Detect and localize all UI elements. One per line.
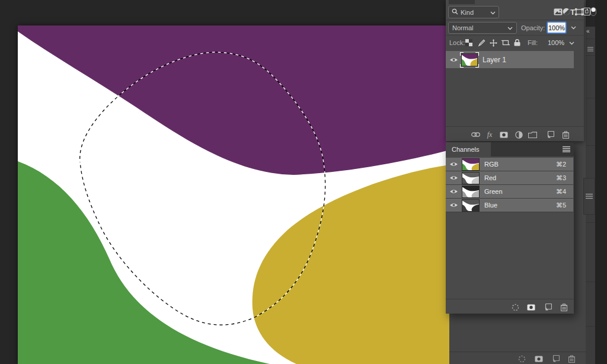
blend-mode-value: Normal [452, 24, 473, 31]
save-selection-as-channel-icon[interactable] [533, 353, 545, 364]
lock-label: Lock: [449, 39, 465, 46]
new-channel-icon[interactable] [542, 302, 554, 312]
channel-shortcut: ⌘3 [556, 174, 566, 182]
photoshop-workspace: « Kind [0, 0, 607, 364]
layers-toolbar: fx [446, 126, 584, 141]
visibility-eye-icon[interactable] [446, 175, 461, 181]
collapse-panels-icon[interactable]: « [586, 28, 590, 34]
lock-image-icon[interactable] [476, 37, 487, 48]
document-canvas[interactable] [18, 25, 449, 364]
channel-name: Blue [484, 202, 497, 209]
layer-list: Layer 1 [446, 50, 584, 126]
channels-panel: Channels RGB ⌘2 [446, 142, 574, 314]
adjustment-layer-icon[interactable] [513, 129, 525, 140]
blend-opacity-row: Normal Opacity: [446, 21, 584, 35]
channel-row-red[interactable]: Red ⌘3 [446, 171, 573, 185]
visibility-eye-icon[interactable] [446, 189, 461, 194]
channel-shortcut: ⌘2 [556, 161, 566, 168]
opacity-input[interactable] [548, 24, 566, 31]
channel-name: Green [484, 188, 503, 195]
channels-header: Channels [446, 142, 574, 157]
adjustment-layer-filter-icon[interactable] [563, 8, 570, 17]
delete-layer-icon[interactable] [560, 129, 571, 140]
opacity-field[interactable] [547, 21, 567, 34]
workspace-background-right [595, 0, 607, 364]
save-selection-as-channel-icon[interactable] [525, 302, 537, 312]
channel-thumbnail [462, 186, 479, 197]
load-selection-icon[interactable] [509, 302, 521, 312]
hidden-panel-grip[interactable] [583, 178, 595, 215]
layer-thumbnail[interactable] [461, 53, 478, 67]
visibility-eye-icon[interactable] [446, 57, 461, 63]
channels-tab[interactable]: Channels [446, 142, 491, 157]
lock-all-icon[interactable] [512, 37, 522, 48]
artwork [18, 25, 449, 364]
layer-name[interactable]: Layer 1 [483, 56, 506, 64]
panel-menu-icon[interactable] [563, 146, 570, 154]
channel-thumbnail [462, 173, 479, 184]
blend-mode-dropdown[interactable]: Normal [448, 22, 517, 34]
channels-toolbar [446, 299, 574, 314]
new-layer-icon[interactable] [544, 129, 556, 140]
channel-name: RGB [484, 161, 499, 168]
channel-list: RGB ⌘2 Red ⌘3 [446, 158, 574, 212]
layers-panel: Kind T [446, 0, 584, 141]
fill-value[interactable]: 100% [545, 37, 567, 48]
channel-row-green[interactable]: Green ⌘4 [446, 185, 573, 199]
channel-row-rgb[interactable]: RGB ⌘2 [446, 158, 573, 171]
channel-name: Red [484, 174, 496, 181]
filter-kind-label: Kind [461, 9, 474, 16]
layer-style-icon[interactable]: fx [484, 129, 496, 140]
new-channel-icon[interactable] [550, 353, 561, 364]
channel-shortcut: ⌘5 [556, 202, 566, 209]
lock-row: Lock: Fill: 100% [446, 36, 584, 50]
chevron-down-icon [507, 24, 513, 31]
fill-dropdown-icon[interactable] [567, 39, 576, 47]
layers-tab-notch[interactable] [449, 0, 475, 4]
panel-grip-icon[interactable] [587, 43, 593, 54]
filter-kind-dropdown[interactable]: Kind [448, 6, 499, 18]
delete-channel-icon[interactable] [558, 302, 570, 312]
link-layers-icon[interactable] [469, 129, 481, 140]
lock-position-icon[interactable] [488, 37, 499, 48]
shape-layer-filter-icon[interactable] [575, 8, 583, 17]
type-layer-filter-icon[interactable]: T [570, 8, 575, 17]
visibility-eye-icon[interactable] [446, 161, 461, 167]
visibility-eye-icon[interactable] [446, 202, 461, 208]
layer-filter-row: Kind T [446, 5, 584, 20]
channel-thumbnail [462, 159, 479, 170]
opacity-dropdown-icon[interactable] [568, 23, 578, 32]
delete-channel-icon[interactable] [566, 353, 577, 364]
docked-panel-toolbar [449, 352, 586, 364]
channel-shortcut: ⌘4 [556, 188, 566, 196]
layer-row[interactable]: Layer 1 [446, 51, 574, 68]
smart-object-filter-icon[interactable] [583, 8, 590, 17]
pixel-layer-filter-icon[interactable] [554, 8, 563, 17]
search-icon [452, 8, 458, 16]
chevron-down-icon [490, 9, 496, 16]
lock-transparency-icon[interactable] [464, 37, 474, 48]
lock-artboard-icon[interactable] [500, 37, 511, 48]
load-selection-icon[interactable] [516, 353, 528, 364]
channel-thumbnail [462, 200, 479, 211]
channels-tab-label: Channels [452, 146, 479, 153]
channel-row-blue[interactable]: Blue ⌘5 [446, 199, 573, 212]
opacity-label: Opacity: [521, 24, 545, 31]
fill-label: Fill: [528, 39, 538, 46]
new-group-icon[interactable] [526, 129, 538, 140]
add-layer-mask-icon[interactable] [498, 129, 510, 140]
filtering-toggle[interactable] [590, 7, 596, 18]
